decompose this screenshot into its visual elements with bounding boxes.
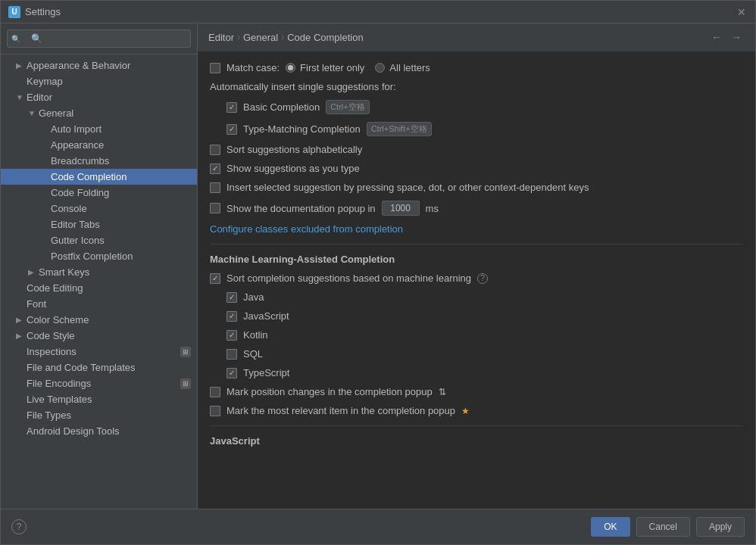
sidebar-item-editor[interactable]: ▼ Editor: [1, 89, 197, 105]
sort-alpha-checkbox[interactable]: [210, 145, 220, 155]
mark-position-checkbox[interactable]: [210, 387, 220, 397]
sidebar-item-code-editing[interactable]: Code Editing: [1, 280, 197, 296]
basic-completion-label: Basic Completion: [243, 101, 320, 113]
sidebar-item-label: Gutter Icons: [51, 235, 191, 246]
mark-position-row: Mark position changes in the completion …: [210, 386, 743, 397]
breadcrumb-sep: ›: [237, 32, 240, 42]
sidebar-item-appearance-behavior[interactable]: ▶ Appearance & Behavior: [1, 58, 197, 73]
auto-insert-subsection: Basic Completion Ctrl+空格 Type-Matching C…: [226, 100, 743, 136]
insert-selected-row: Insert selected suggestion by pressing s…: [210, 182, 743, 193]
expand-arrow: ▼: [28, 109, 39, 117]
sidebar-item-general[interactable]: ▼ General: [1, 105, 197, 121]
footer: ? OK Cancel Apply: [1, 509, 755, 544]
insert-selected-checkbox[interactable]: [210, 182, 220, 193]
sidebar-item-console[interactable]: Console: [1, 201, 197, 216]
radio-first-letter-indicator: [286, 63, 295, 73]
sidebar-tree: ▶ Appearance & Behavior Keymap ▼ Editor …: [1, 54, 197, 509]
sidebar-item-keymap[interactable]: Keymap: [1, 73, 197, 89]
show-doc-popup-label: Show the documentation popup in: [226, 203, 376, 214]
sidebar-item-label: File Encodings: [27, 378, 180, 389]
sidebar-item-label: Auto Import: [51, 123, 191, 135]
ml-section-header: Machine Learning-Assisted Completion: [210, 254, 743, 265]
doc-popup-input[interactable]: [382, 201, 420, 216]
sidebar-item-label: Color Scheme: [27, 314, 191, 325]
radio-first-letter[interactable]: First letter only: [286, 62, 364, 73]
close-button[interactable]: ✕: [736, 6, 748, 18]
ml-javascript-checkbox[interactable]: [226, 311, 237, 322]
breadcrumb-general: General: [243, 32, 278, 43]
sidebar-item-postfix-completion[interactable]: Postfix Completion: [1, 248, 197, 264]
sidebar-item-android-design-tools[interactable]: Android Design Tools: [1, 423, 197, 439]
type-matching-label: Type-Matching Completion: [243, 123, 361, 135]
ml-sql-label: SQL: [243, 348, 263, 360]
configure-classes-link[interactable]: Configure classes excluded from completi…: [210, 223, 403, 235]
sidebar-item-code-completion[interactable]: Code Completion: [1, 169, 197, 185]
expand-arrow: ▼: [16, 93, 27, 101]
nav-forward-button[interactable]: →: [728, 30, 745, 45]
ml-help-icon[interactable]: ?: [477, 273, 488, 284]
show-doc-popup-checkbox[interactable]: [210, 203, 220, 213]
search-input[interactable]: [7, 30, 191, 48]
sidebar-item-file-types[interactable]: File Types: [1, 407, 197, 423]
type-matching-checkbox[interactable]: [226, 124, 237, 135]
ml-sql-checkbox[interactable]: [226, 349, 237, 360]
sidebar-item-font[interactable]: Font: [1, 296, 197, 312]
sidebar-item-label: Appearance & Behavior: [27, 60, 191, 71]
sidebar-item-label: Appearance: [51, 139, 191, 151]
sidebar-item-file-encodings[interactable]: File Encodings ⊞: [1, 375, 197, 391]
sidebar-item-breadcrumbs[interactable]: Breadcrumbs: [1, 153, 197, 169]
sidebar-item-inspections[interactable]: Inspections ⊞: [1, 344, 197, 360]
radio-all-letters[interactable]: All letters: [375, 62, 430, 73]
sidebar-item-label: General: [39, 107, 191, 119]
nav-back-button[interactable]: ←: [708, 30, 725, 45]
mark-relevant-label: Mark the most relevant item in the compl…: [226, 405, 455, 416]
js-section-header: JavaScript: [210, 435, 743, 447]
expand-arrow: ▶: [16, 332, 27, 340]
help-label: ?: [17, 522, 22, 532]
search-box: [1, 23, 197, 54]
show-suggestions-row: Show suggestions as you type: [210, 163, 743, 174]
sidebar-item-code-folding[interactable]: Code Folding: [1, 185, 197, 201]
show-suggestions-checkbox[interactable]: [210, 164, 220, 174]
mark-relevant-row: Mark the most relevant item in the compl…: [210, 405, 743, 416]
match-case-checkbox[interactable]: [210, 63, 220, 73]
title-bar: U Settings ✕: [1, 1, 755, 23]
match-case-row: Match case: First letter only All letter…: [210, 62, 743, 73]
sort-alpha-row: Sort suggestions alphabetically: [210, 144, 743, 155]
basic-completion-shortcut: Ctrl+空格: [326, 100, 370, 114]
sidebar-item-label: Font: [27, 298, 191, 310]
auto-insert-row: Automatically insert single suggestions …: [210, 81, 743, 92]
cancel-button[interactable]: Cancel: [636, 517, 690, 537]
help-button[interactable]: ?: [11, 519, 27, 534]
ml-kotlin-label: Kotlin: [243, 329, 268, 341]
sidebar-item-code-style[interactable]: ▶ Code Style: [1, 328, 197, 344]
ml-typescript-checkbox[interactable]: [226, 368, 237, 378]
sidebar-item-smart-keys[interactable]: ▶ Smart Keys: [1, 264, 197, 280]
sidebar-item-live-templates[interactable]: Live Templates: [1, 391, 197, 407]
sidebar-item-label: Editor: [27, 92, 191, 103]
sidebar-item-appearance[interactable]: Appearance: [1, 137, 197, 153]
sidebar-item-color-scheme[interactable]: ▶ Color Scheme: [1, 312, 197, 328]
show-doc-popup-row: Show the documentation popup in ms: [210, 201, 743, 216]
ok-button[interactable]: OK: [591, 517, 629, 537]
mark-relevant-checkbox[interactable]: [210, 406, 220, 416]
apply-button[interactable]: Apply: [696, 517, 745, 537]
sidebar-item-file-code-templates[interactable]: File and Code Templates: [1, 360, 197, 375]
match-case-label: Match case:: [226, 62, 280, 73]
main-panel: Editor › General › Code Completion ← → M…: [198, 23, 755, 509]
sidebar-item-gutter-icons[interactable]: Gutter Icons: [1, 232, 197, 248]
sidebar-item-auto-import[interactable]: Auto Import: [1, 121, 197, 137]
ml-sort-checkbox[interactable]: [210, 273, 220, 284]
configure-link-wrapper: Configure classes excluded from completi…: [210, 223, 743, 235]
radio-all-letters-indicator: [375, 63, 385, 73]
sidebar: ▶ Appearance & Behavior Keymap ▼ Editor …: [1, 23, 198, 509]
ml-java-checkbox[interactable]: [226, 292, 237, 303]
ml-kotlin-checkbox[interactable]: [226, 330, 237, 341]
sidebar-item-label: Live Templates: [27, 394, 191, 405]
sidebar-item-editor-tabs[interactable]: Editor Tabs: [1, 216, 197, 232]
sidebar-badge: ⊞: [180, 347, 191, 357]
sidebar-badge: ⊞: [180, 378, 191, 389]
sidebar-item-label: Android Design Tools: [27, 425, 191, 437]
basic-completion-checkbox[interactable]: [226, 102, 237, 113]
expand-arrow: ▶: [16, 316, 27, 324]
